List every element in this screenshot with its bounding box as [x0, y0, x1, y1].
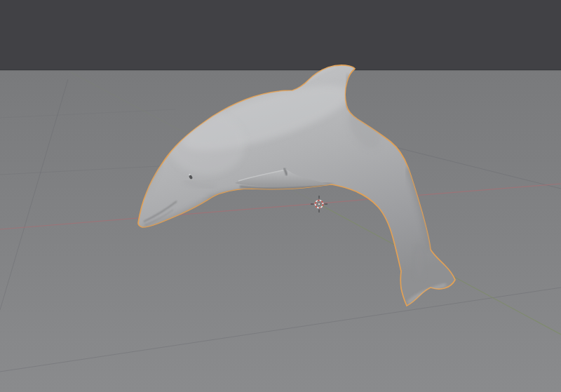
viewport-canvas[interactable] [0, 0, 561, 392]
3d-viewport[interactable] [0, 0, 561, 392]
sky-background [0, 0, 561, 70]
horizon-line [0, 69, 561, 70]
